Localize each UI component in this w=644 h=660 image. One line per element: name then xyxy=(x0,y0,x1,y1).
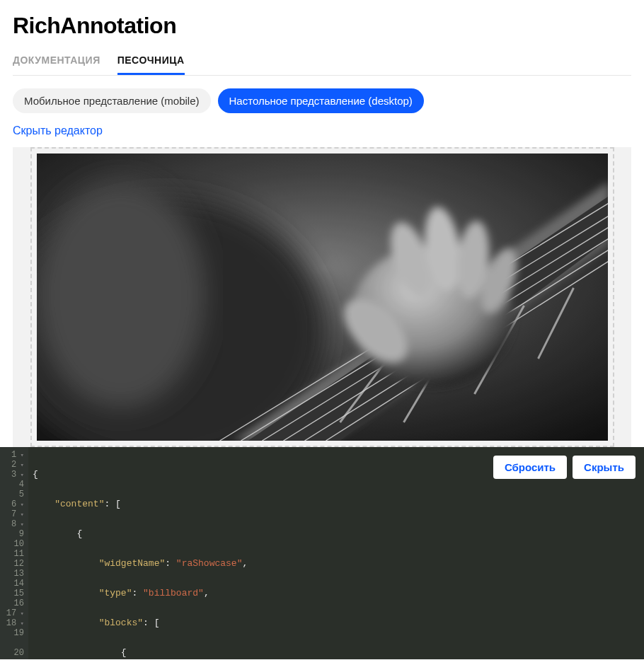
chip-desktop[interactable]: Настольное представление (desktop) xyxy=(218,88,424,113)
gutter-line: 10 xyxy=(0,539,24,549)
tabs: ДОКУМЕНТАЦИЯ ПЕСОЧНИЦА xyxy=(13,54,631,76)
gutter-line: 16 xyxy=(0,598,24,608)
gutter-line: 1 xyxy=(0,450,24,460)
gutter-line: 18 xyxy=(0,618,24,628)
gutter-line: 17 xyxy=(0,608,24,618)
view-chips: Мобильное представление (mobile) Настоль… xyxy=(13,88,631,113)
svg-rect-21 xyxy=(37,154,608,441)
chip-mobile[interactable]: Мобильное представление (mobile) xyxy=(13,88,211,113)
gutter-line: 13 xyxy=(0,569,24,579)
reset-button[interactable]: Сбросить xyxy=(493,456,567,479)
gutter-line: 12 xyxy=(0,559,24,569)
preview-dashed-frame xyxy=(30,147,614,447)
gutter-line: 14 xyxy=(0,579,24,589)
tab-sandbox[interactable]: ПЕСОЧНИЦА xyxy=(117,54,185,75)
gutter-line: 4 xyxy=(0,480,24,490)
preview-image xyxy=(37,154,608,441)
gutter-line: 6 xyxy=(0,499,24,509)
code-editor[interactable]: Сбросить Скрыть 123456789101112131415161… xyxy=(0,447,644,659)
tab-documentation[interactable]: ДОКУМЕНТАЦИЯ xyxy=(13,54,100,75)
gutter-line: 3 xyxy=(0,470,24,480)
gutter-line: 11 xyxy=(0,549,24,559)
gutter-line: 2 xyxy=(0,460,24,470)
code-line: { xyxy=(33,469,38,480)
gutter-line: 5 xyxy=(0,490,24,499)
toggle-editor-link[interactable]: Скрыть редактор xyxy=(13,125,103,137)
gutter-line: 15 xyxy=(0,589,24,598)
gutter-line: 9 xyxy=(0,529,24,539)
gutter-line: 8 xyxy=(0,519,24,529)
gutter-line: 19 xyxy=(0,628,24,638)
editor-code[interactable]: { "content": [ { "widgetName": "raShowca… xyxy=(28,447,644,659)
gutter-line: 20 xyxy=(0,648,24,658)
hide-button[interactable]: Скрыть xyxy=(573,456,636,479)
page-title: RichAnnotation xyxy=(13,13,631,39)
editor-gutter: 1234567891011121314151617181920 xyxy=(0,447,28,659)
preview-area xyxy=(13,147,631,447)
gutter-line: 7 xyxy=(0,509,24,519)
